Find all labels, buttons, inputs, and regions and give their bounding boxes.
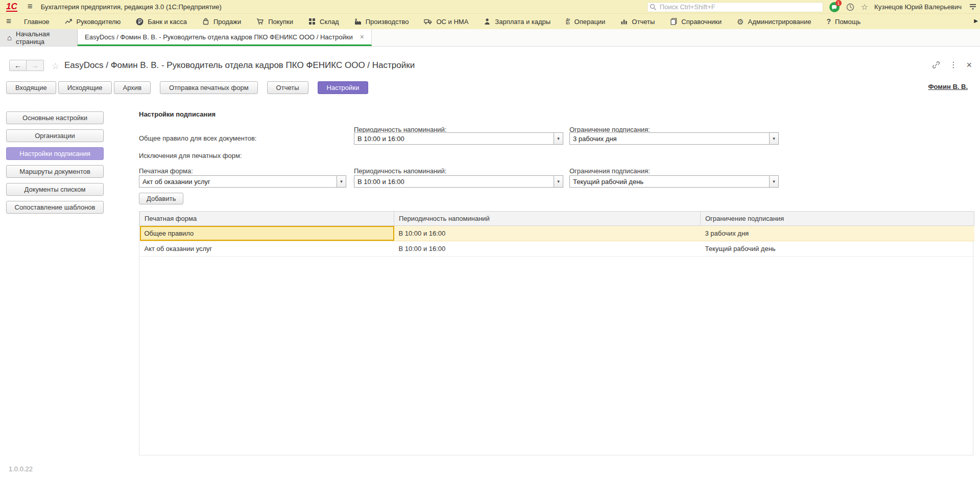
print-form-label: Печатная форма:	[139, 167, 193, 175]
menu-item-otchety[interactable]: Отчеты	[613, 14, 662, 29]
forward-button[interactable]: →	[27, 60, 44, 71]
form-toolbar: Входящие Исходящие Архив Отправка печатн…	[6, 81, 980, 94]
menu-item-glavnoe[interactable]: Главное	[16, 14, 57, 29]
menu-item-spravochniki[interactable]: Справочники	[662, 14, 729, 29]
table-cell[interactable]: В 10:00 и 16:00	[394, 241, 701, 257]
dropdown-arrow-icon[interactable]: ▾	[769, 176, 778, 187]
menu-overflow-icon[interactable]: ▶	[974, 18, 978, 24]
close-tab-icon[interactable]: ×	[360, 33, 364, 41]
history-icon[interactable]	[846, 3, 855, 12]
system-menu-icon[interactable]: ▾	[970, 4, 976, 11]
menu-item-administrirovanie[interactable]: ⚙ Администрирование	[729, 14, 819, 29]
sidebar-item-template-matching[interactable]: Сопоставление шаблонов	[6, 201, 104, 214]
sidebar-item-main-settings[interactable]: Основные настройки	[6, 111, 104, 124]
column-header-print-form[interactable]: Печатная форма	[140, 212, 394, 226]
chat-tail-shape	[832, 8, 834, 10]
hamburger-menu-icon[interactable]: ≡	[28, 2, 33, 12]
print-form-select[interactable]: Акт об оказании услуг ▾	[139, 175, 346, 188]
menu-label: Продажи	[213, 18, 241, 26]
dropdown-arrow-icon[interactable]: ▾	[769, 133, 778, 144]
window-titlebar: 1С ≡ Бухгалтерия предприятия, редакция 3…	[0, 0, 980, 14]
tab-home[interactable]: ⌂ Начальная страница	[0, 29, 78, 46]
settings-sidebar: Основные настройки Организации Настройки…	[6, 111, 104, 219]
signing-limit-select-1[interactable]: 3 рабочих дня ▾	[569, 132, 779, 145]
combo-value: 3 рабочих дня	[570, 133, 769, 144]
menu-item-sklad[interactable]: Склад	[301, 14, 347, 29]
table-row[interactable]: Акт об оказании услуг В 10:00 и 16:00 Те…	[140, 241, 974, 257]
menu-item-rukovoditelyu[interactable]: Руководителю	[57, 14, 129, 29]
table-cell[interactable]: Общее правило	[140, 226, 394, 241]
menu-label: Банк и касса	[148, 18, 187, 26]
sidebar-item-document-routes[interactable]: Маршруты документов	[6, 165, 104, 178]
page-header: ← → ☆ EasyDocs / Фомин В. В. - Руководит…	[0, 47, 980, 79]
sections-menubar: ≡ Главное Руководителю Банк и касса Прод…	[0, 14, 980, 29]
menu-label: ОС и НМА	[436, 18, 468, 26]
dtkt-icon: ДтКт	[566, 18, 570, 25]
table-cell[interactable]: Акт об оказании услуг	[140, 241, 394, 257]
table-header-row: Печатная форма Периодичность напоминаний…	[140, 212, 974, 226]
sidebar-item-signing-settings[interactable]: Настройки подписания	[6, 147, 104, 160]
combo-value: В 10:00 и 16:00	[354, 133, 554, 144]
send-printforms-button[interactable]: Отправка печатных форм	[160, 81, 258, 94]
table-cell[interactable]: 3 рабочих дня	[701, 226, 974, 241]
close-form-icon[interactable]: ×	[966, 60, 972, 70]
app-title: Бухгалтерия предприятия, редакция 3.0 (1…	[41, 3, 222, 11]
dropdown-arrow-icon[interactable]: ▾	[554, 133, 563, 144]
combo-value: Текущий рабочий день	[570, 176, 769, 187]
more-actions-icon[interactable]: ⋮	[949, 60, 957, 70]
signing-limit-select-2[interactable]: Текущий рабочий день ▾	[569, 175, 779, 188]
reminder-frequency-select-1[interactable]: В 10:00 и 16:00 ▾	[354, 132, 563, 145]
menu-item-pomosch[interactable]: ? Помощь	[819, 14, 868, 29]
menu-label: Отчеты	[632, 18, 655, 26]
sidebar-item-documents-list[interactable]: Документы списком	[6, 183, 104, 196]
menu-label: Операции	[575, 18, 606, 26]
reminder-frequency-select-2[interactable]: В 10:00 и 16:00 ▾	[354, 175, 563, 188]
menu-item-bank-i-kassa[interactable]: Банк и касса	[128, 14, 195, 29]
add-button[interactable]: Добавить	[139, 193, 183, 204]
archive-button[interactable]: Архив	[114, 81, 151, 94]
tab-strip: ⌂ Начальная страница EasyDocs / Фомин В.…	[0, 29, 980, 47]
menu-item-operacii[interactable]: ДтКт Операции	[558, 14, 613, 29]
signing-limit-label-2: Ограничения подписания:	[569, 167, 650, 175]
menu-label: Справочники	[681, 18, 722, 26]
discussions-icon[interactable]: 1	[829, 2, 840, 12]
dropdown-arrow-icon[interactable]: ▾	[337, 176, 346, 187]
tab-easydocs-settings[interactable]: EasyDocs / Фомин В. В. - Руководитель от…	[78, 29, 372, 46]
menu-item-pokupki[interactable]: Покупки	[249, 14, 301, 29]
menu-item-zarplata-i-kadry[interactable]: Зарплата и кадры	[476, 14, 558, 29]
menu-label: Помощь	[835, 18, 861, 26]
incoming-button[interactable]: Входящие	[6, 81, 56, 94]
menu-label: Склад	[320, 18, 339, 26]
dropdown-arrow-icon[interactable]: ▾	[554, 176, 563, 187]
user-link[interactable]: Фомин В. В.	[928, 83, 968, 90]
global-search	[647, 2, 823, 12]
menu-label: Покупки	[268, 18, 293, 26]
search-input[interactable]	[647, 2, 823, 12]
table-cell[interactable]: В 10:00 и 16:00	[394, 226, 701, 241]
sidebar-item-organizations[interactable]: Организации	[6, 129, 104, 142]
column-header-reminder-frequency[interactable]: Периодичность напоминаний	[394, 212, 701, 226]
bar-chart-icon	[620, 18, 628, 25]
reports-button[interactable]: Отчеты	[267, 81, 308, 94]
gear-icon: ⚙	[737, 18, 744, 26]
menu-label: Производство	[366, 18, 409, 26]
settings-button[interactable]: Настройки	[318, 81, 369, 94]
favorite-star-icon[interactable]: ☆	[52, 61, 59, 72]
column-header-signing-limit[interactable]: Ограничение подписания	[701, 212, 974, 226]
menu-label: Администрирование	[748, 18, 811, 26]
outgoing-button[interactable]: Исходящие	[58, 81, 112, 94]
favorites-star-icon[interactable]: ☆	[861, 3, 868, 11]
menu-item-proizvodstvo[interactable]: Производство	[347, 14, 417, 29]
table-row[interactable]: Общее правило В 10:00 и 16:00 3 рабочих …	[140, 226, 974, 241]
grid-icon	[308, 18, 316, 25]
current-user[interactable]: Кузнецов Юрий Валерьевич	[874, 3, 962, 11]
app-version: 1.0.0.22	[9, 465, 33, 473]
menu-item-os-i-nma[interactable]: ОС и НМА	[416, 14, 476, 29]
page-header-actions: ⋮ ×	[932, 60, 972, 70]
table-cell[interactable]: Текущий рабочий день	[701, 241, 974, 257]
menu-item-prodazhi[interactable]: Продажи	[195, 14, 249, 29]
get-link-icon[interactable]	[932, 61, 940, 69]
sections-hamburger-icon[interactable]: ≡	[6, 16, 11, 27]
back-button[interactable]: ←	[9, 60, 27, 71]
combo-value: В 10:00 и 16:00	[354, 176, 554, 187]
